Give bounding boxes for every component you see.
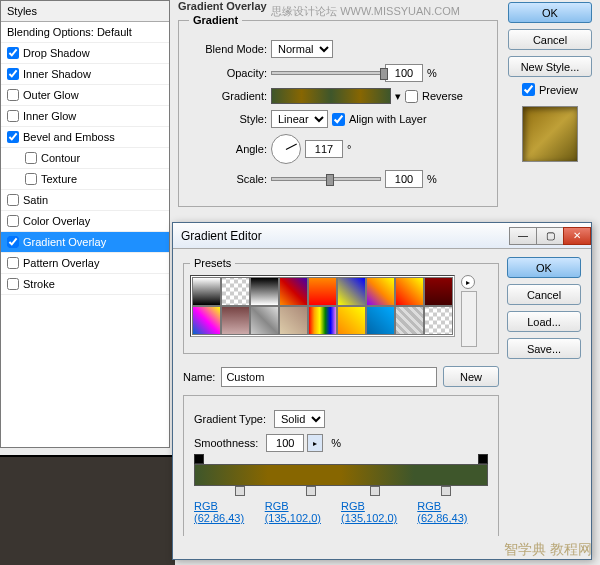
- new-style-button[interactable]: New Style...: [508, 56, 592, 77]
- smoothness-unit: %: [331, 437, 341, 449]
- style-select[interactable]: Linear: [271, 110, 328, 128]
- style-checkbox[interactable]: [7, 131, 19, 143]
- styles-panel: Styles Blending Options: Default Drop Sh…: [0, 0, 170, 448]
- ged-load-button[interactable]: Load...: [507, 311, 581, 332]
- name-input[interactable]: [221, 367, 437, 387]
- name-label: Name:: [183, 371, 215, 383]
- preset-swatch-2[interactable]: [250, 277, 279, 306]
- style-item-contour[interactable]: Contour: [1, 148, 169, 169]
- style-checkbox[interactable]: [7, 215, 19, 227]
- gradient-dropdown-icon[interactable]: ▾: [395, 90, 401, 103]
- style-item-stroke[interactable]: Stroke: [1, 274, 169, 295]
- align-checkbox[interactable]: [332, 113, 345, 126]
- style-item-drop-shadow[interactable]: Drop Shadow: [1, 43, 169, 64]
- color-stop-3[interactable]: [370, 486, 380, 496]
- preset-swatch-17[interactable]: [424, 306, 453, 335]
- ged-save-button[interactable]: Save...: [507, 338, 581, 359]
- style-checkbox[interactable]: [7, 68, 19, 80]
- style-label: Satin: [23, 194, 48, 206]
- stop-label-1[interactable]: RGB (135,102,0): [265, 500, 341, 524]
- preset-swatch-5[interactable]: [337, 277, 366, 306]
- style-item-pattern-overlay[interactable]: Pattern Overlay: [1, 253, 169, 274]
- preset-swatch-1[interactable]: [221, 277, 250, 306]
- preset-swatch-6[interactable]: [366, 277, 395, 306]
- style-item-outer-glow[interactable]: Outer Glow: [1, 85, 169, 106]
- gradient-type-select[interactable]: Solid: [274, 410, 325, 428]
- preset-swatch-7[interactable]: [395, 277, 424, 306]
- opacity-slider[interactable]: [271, 71, 381, 75]
- angle-dial[interactable]: [271, 134, 301, 164]
- minimize-button[interactable]: —: [509, 227, 537, 245]
- blend-mode-select[interactable]: Normal: [271, 40, 333, 58]
- style-label: Stroke: [23, 278, 55, 290]
- preset-swatch-8[interactable]: [424, 277, 453, 306]
- style-item-inner-shadow[interactable]: Inner Shadow: [1, 64, 169, 85]
- gradient-type-fieldset: Gradient Type: Solid Smoothness: ▸ %: [183, 395, 499, 536]
- preset-swatch-15[interactable]: [366, 306, 395, 335]
- preset-swatch-14[interactable]: [337, 306, 366, 335]
- stop-label-0[interactable]: RGB (62,86,43): [194, 500, 265, 524]
- gradient-legend: Gradient: [189, 14, 242, 26]
- style-checkbox[interactable]: [25, 173, 37, 185]
- scale-input[interactable]: [385, 170, 423, 188]
- new-gradient-button[interactable]: New: [443, 366, 499, 387]
- color-stop-1[interactable]: [235, 486, 245, 496]
- style-label: Outer Glow: [23, 89, 79, 101]
- preset-swatch-9[interactable]: [192, 306, 221, 335]
- ok-button[interactable]: OK: [508, 2, 592, 23]
- gradient-bar[interactable]: [194, 464, 488, 486]
- ged-cancel-button[interactable]: Cancel: [507, 284, 581, 305]
- style-label: Drop Shadow: [23, 47, 90, 59]
- style-item-satin[interactable]: Satin: [1, 190, 169, 211]
- preset-swatch-12[interactable]: [279, 306, 308, 335]
- style-item-bevel-and-emboss[interactable]: Bevel and Emboss: [1, 127, 169, 148]
- color-stop-4[interactable]: [441, 486, 451, 496]
- style-item-inner-glow[interactable]: Inner Glow: [1, 106, 169, 127]
- style-item-texture[interactable]: Texture: [1, 169, 169, 190]
- stop-label-3[interactable]: RGB (62,86,43): [417, 500, 488, 524]
- align-label: Align with Layer: [349, 113, 427, 125]
- maximize-button[interactable]: ▢: [536, 227, 564, 245]
- gradient-swatch[interactable]: [271, 88, 391, 104]
- smoothness-dropdown-icon[interactable]: ▸: [307, 434, 323, 452]
- presets-legend: Presets: [190, 257, 235, 269]
- style-checkbox[interactable]: [7, 194, 19, 206]
- preview-toggle[interactable]: Preview: [508, 83, 592, 96]
- preset-swatch-3[interactable]: [279, 277, 308, 306]
- preset-swatch-4[interactable]: [308, 277, 337, 306]
- scale-slider[interactable]: [271, 177, 381, 181]
- preset-swatch-13[interactable]: [308, 306, 337, 335]
- color-stop-2[interactable]: [306, 486, 316, 496]
- style-item-color-overlay[interactable]: Color Overlay: [1, 211, 169, 232]
- style-checkbox[interactable]: [7, 110, 19, 122]
- style-checkbox[interactable]: [7, 236, 19, 248]
- preview-checkbox[interactable]: [522, 83, 535, 96]
- reverse-checkbox[interactable]: [405, 90, 418, 103]
- style-item-gradient-overlay[interactable]: Gradient Overlay: [1, 232, 169, 253]
- gradient-editor-titlebar[interactable]: Gradient Editor — ▢ ✕: [173, 223, 591, 249]
- angle-input[interactable]: [305, 140, 343, 158]
- preset-swatch-0[interactable]: [192, 277, 221, 306]
- presets-scrollbar[interactable]: [461, 291, 477, 347]
- smoothness-input[interactable]: [266, 434, 304, 452]
- blend-mode-label: Blend Mode:: [189, 43, 267, 55]
- gradient-ramp[interactable]: [194, 464, 488, 486]
- presets-menu-icon[interactable]: ▸: [461, 275, 475, 289]
- preset-swatch-16[interactable]: [395, 306, 424, 335]
- style-label: Pattern Overlay: [23, 257, 99, 269]
- style-checkbox[interactable]: [7, 278, 19, 290]
- style-checkbox[interactable]: [7, 257, 19, 269]
- opacity-stop-left[interactable]: [194, 454, 204, 464]
- style-checkbox[interactable]: [7, 89, 19, 101]
- style-checkbox[interactable]: [7, 47, 19, 59]
- blending-options-row[interactable]: Blending Options: Default: [1, 22, 169, 43]
- preset-swatch-10[interactable]: [221, 306, 250, 335]
- ged-ok-button[interactable]: OK: [507, 257, 581, 278]
- opacity-stop-right[interactable]: [478, 454, 488, 464]
- style-checkbox[interactable]: [25, 152, 37, 164]
- preset-swatch-11[interactable]: [250, 306, 279, 335]
- stop-label-2[interactable]: RGB (135,102,0): [341, 500, 417, 524]
- close-button[interactable]: ✕: [563, 227, 591, 245]
- cancel-button[interactable]: Cancel: [508, 29, 592, 50]
- opacity-input[interactable]: [385, 64, 423, 82]
